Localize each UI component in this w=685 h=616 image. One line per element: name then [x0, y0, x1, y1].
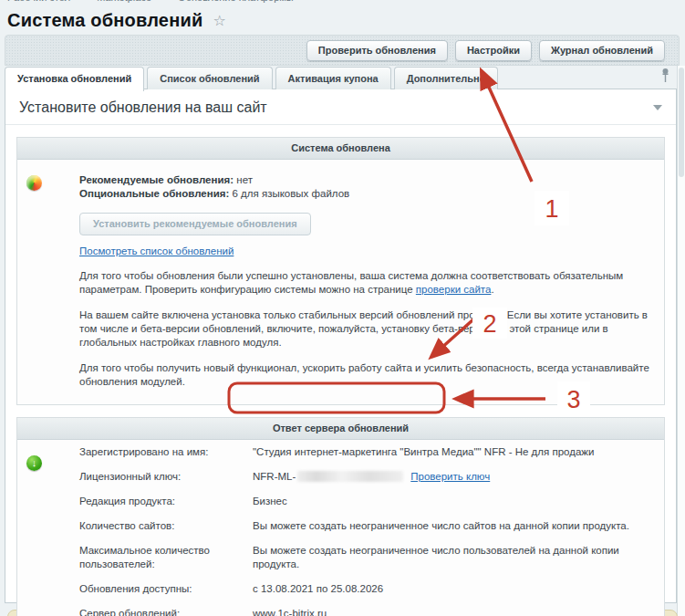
- row-label: Редакция продукта:: [79, 495, 253, 508]
- optional-updates-label: Опциональные обновления:: [79, 188, 229, 199]
- recommendation-paragraph: Для того чтобы получить новый функционал…: [79, 361, 651, 389]
- row-label: Сервер обновлений:: [79, 607, 253, 616]
- row-label: Зарегистрировано на имя:: [79, 445, 253, 459]
- requirements-text-end: .: [491, 284, 493, 295]
- collapse-section-icon[interactable]: [653, 105, 662, 110]
- table-row: Лицензионный ключ: NFR-ML-Проверить ключ: [79, 470, 651, 484]
- breadcrumb-item[interactable]: Marketplace: [97, 0, 151, 3]
- requirements-text: Для того чтобы обновления были успешно у…: [79, 270, 623, 295]
- favorite-star-icon[interactable]: ☆: [213, 14, 225, 28]
- tab-additional[interactable]: Дополнительно: [394, 67, 499, 89]
- settings-button[interactable]: Настройки: [455, 40, 532, 61]
- site-check-link[interactable]: проверки сайта: [416, 284, 492, 295]
- pin-icon[interactable]: [660, 68, 670, 87]
- download-icon: ↓: [26, 455, 42, 471]
- table-row: Количество сайтов: Вы можете создать нео…: [79, 519, 651, 533]
- section-title: Установите обновления на ваш сайт: [19, 99, 267, 116]
- update-server-value: www.1c-bitrix.ru: [253, 607, 651, 616]
- context-toolbar: Проверить обновления Настройки Журнал об…: [5, 35, 680, 66]
- tab-install-updates[interactable]: Установка обновлений: [5, 67, 144, 91]
- system-updated-panel: Система обновлена Рекомендуемые обновлен…: [16, 137, 665, 405]
- scrollbar-thumb[interactable]: [679, 68, 684, 177]
- optional-updates-line: Опциональные обновления: 6 для языковых …: [79, 187, 651, 201]
- page-title: Система обновлений: [7, 10, 202, 31]
- row-label: Максимальное количество пользователей:: [79, 544, 253, 571]
- server-response-panel: Ответ сервера обновлений ↓ Зарегистриров…: [16, 417, 665, 616]
- license-key-masked: [297, 471, 403, 482]
- tab-update-list[interactable]: Список обновлений: [147, 67, 272, 89]
- check-updates-button[interactable]: Проверить обновления: [306, 40, 448, 61]
- table-row: Максимальное количество пользователей: В…: [79, 544, 651, 571]
- edition-value: Бизнес: [253, 495, 651, 508]
- form-container: Установите обновления на ваш сайт Систем…: [5, 89, 677, 603]
- recommended-updates-value: нет: [236, 174, 253, 185]
- tab-coupon-activation[interactable]: Активация купона: [275, 67, 391, 89]
- license-key-value: NFR-ML-Проверить ключ: [253, 470, 651, 484]
- table-row: Сервер обновлений: www.1c-bitrix.ru: [79, 607, 651, 616]
- system-updated-header: Система обновлена: [17, 138, 664, 160]
- recommended-updates-label: Рекомендуемые обновления:: [79, 174, 234, 185]
- server-response-header: Ответ сервера обновлений: [17, 418, 664, 440]
- table-row: Редакция продукта: Бизнес: [79, 495, 651, 508]
- breadcrumb-item[interactable]: Рабочий стол: [7, 0, 70, 3]
- view-update-list-link[interactable]: Посмотреть список обновлений: [79, 245, 234, 258]
- check-key-link[interactable]: Проверить ключ: [410, 471, 490, 482]
- max-users-value: Вы можете создать неограниченное число п…: [253, 544, 651, 571]
- row-label: Лицензионный ключ:: [79, 470, 253, 484]
- registered-name-value: "Студия интернет-маркетинга "Винтра Меди…: [253, 445, 651, 459]
- table-row: Зарегистрировано на имя: "Студия интерне…: [79, 445, 651, 459]
- breadcrumb-item[interactable]: Обновление платформы: [178, 0, 294, 3]
- tabs-bar: Установка обновлений Список обновлений А…: [5, 66, 672, 89]
- license-key-prefix: NFR-ML-: [253, 471, 296, 482]
- update-ball-icon: [26, 175, 42, 191]
- sites-count-value: Вы можете создать неограниченное число с…: [253, 519, 651, 533]
- row-label: Обновления доступны:: [79, 582, 253, 596]
- stable-versions-paragraph: На вашем сайте включена установка только…: [79, 308, 651, 350]
- optional-updates-value: 6 для языковых файлов: [232, 188, 349, 199]
- update-log-button[interactable]: Журнал обновлений: [539, 40, 665, 61]
- scrollbar-track[interactable]: [677, 66, 685, 616]
- requirements-paragraph: Для того чтобы обновления были успешно у…: [79, 269, 651, 297]
- updates-available-value: с 13.08.2021 по 25.08.2026: [253, 582, 651, 596]
- row-label: Количество сайтов:: [79, 519, 253, 533]
- recommended-updates-line: Рекомендуемые обновления: нет: [79, 173, 651, 187]
- install-recommended-button[interactable]: Установить рекомендуемые обновления: [79, 213, 311, 235]
- table-row: Обновления доступны: с 13.08.2021 по 25.…: [79, 582, 651, 596]
